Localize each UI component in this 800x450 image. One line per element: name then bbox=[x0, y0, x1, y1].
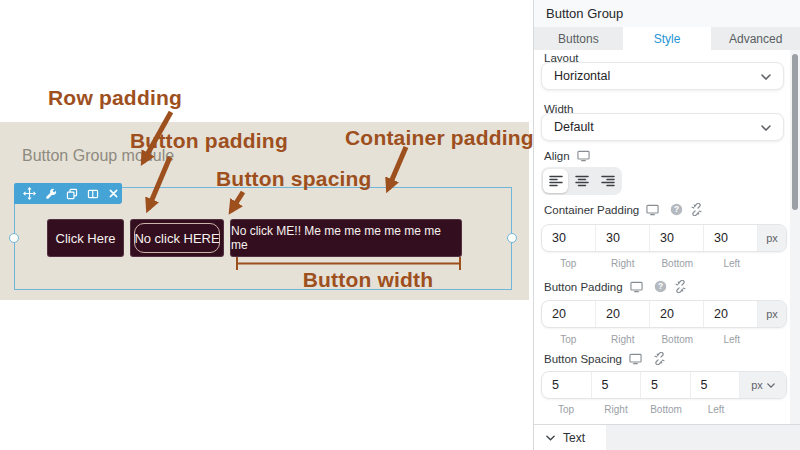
builder-canvas: Button Group module Click Here No click … bbox=[0, 0, 533, 450]
svg-text:?: ? bbox=[658, 281, 663, 291]
container-padding-label: Container Padding bbox=[544, 204, 639, 216]
dim-label-right: Right bbox=[596, 334, 651, 345]
resize-handle-right[interactable] bbox=[507, 233, 517, 243]
button-padding-inputs: px bbox=[541, 300, 787, 328]
dim-label-bottom: Bottom bbox=[650, 258, 705, 269]
dim-label-left: Left bbox=[705, 334, 760, 345]
annotation-button-width: Button width bbox=[275, 268, 461, 292]
button-spacing-inputs: px bbox=[541, 371, 787, 399]
responsive-monitor-icon[interactable] bbox=[577, 150, 590, 162]
chevron-down-icon bbox=[761, 69, 771, 83]
button-spacing-unit-dropdown[interactable]: px bbox=[740, 372, 786, 398]
unlink-icon[interactable] bbox=[690, 203, 703, 216]
container-padding-inputs: px bbox=[541, 224, 787, 252]
help-icon[interactable]: ? bbox=[670, 203, 683, 216]
dim-label-left: Left bbox=[705, 258, 760, 269]
container-padding-bottom-input[interactable] bbox=[650, 225, 703, 251]
duplicate-icon[interactable] bbox=[66, 188, 78, 200]
align-label-row: Align bbox=[544, 150, 590, 162]
button-spacing-sublabels: Top Right Bottom Left bbox=[541, 404, 787, 415]
button-padding-sublabels: Top Right Bottom Left bbox=[541, 334, 787, 345]
button-spacing-label: Button Spacing bbox=[544, 353, 622, 365]
chevron-down-icon bbox=[761, 120, 771, 134]
responsive-monitor-icon[interactable] bbox=[630, 281, 643, 293]
button-padding-top-input[interactable] bbox=[542, 301, 595, 327]
close-icon[interactable] bbox=[108, 188, 119, 199]
dim-label-bottom: Bottom bbox=[650, 334, 705, 345]
button-spacing-bottom-input[interactable] bbox=[641, 372, 690, 398]
align-left-button[interactable] bbox=[543, 169, 568, 193]
unlink-icon[interactable] bbox=[653, 352, 666, 365]
unlink-icon[interactable] bbox=[674, 280, 687, 293]
align-control bbox=[541, 167, 622, 195]
button-spacing-left-input[interactable] bbox=[691, 372, 740, 398]
dim-label-top: Top bbox=[541, 404, 591, 415]
svg-text:?: ? bbox=[674, 204, 679, 214]
container-padding-right-input[interactable] bbox=[596, 225, 649, 251]
button-padding-bottom-input[interactable] bbox=[650, 301, 703, 327]
dim-label-top: Top bbox=[541, 258, 596, 269]
responsive-monitor-icon[interactable] bbox=[646, 204, 659, 216]
container-padding-label-row: Container Padding ? bbox=[544, 203, 703, 216]
annotation-button-spacing: Button spacing bbox=[216, 167, 372, 191]
canvas-button-3[interactable]: No click ME!! Me me me me me me me me bbox=[230, 219, 462, 257]
chevron-down-icon bbox=[546, 435, 555, 441]
button-spacing-label-row: Button Spacing bbox=[544, 352, 666, 365]
responsive-monitor-icon[interactable] bbox=[629, 353, 642, 365]
align-right-button[interactable] bbox=[595, 169, 620, 193]
panel-title: Button Group bbox=[534, 0, 800, 27]
layout-value: Horizontal bbox=[554, 69, 610, 83]
layout-dropdown[interactable]: Horizontal bbox=[541, 62, 784, 90]
settings-panel: Button Group Buttons Style Advanced Layo… bbox=[533, 0, 800, 450]
align-label: Align bbox=[544, 150, 570, 162]
width-dropdown[interactable]: Default bbox=[541, 113, 784, 141]
chevron-down-icon bbox=[767, 383, 775, 388]
tab-style[interactable]: Style bbox=[623, 27, 712, 50]
dim-label-right: Right bbox=[591, 404, 641, 415]
button-padding-label: Button Padding bbox=[544, 281, 623, 293]
wrench-icon[interactable] bbox=[45, 188, 57, 200]
button-padding-unit[interactable]: px bbox=[758, 301, 786, 327]
dim-label-bottom: Bottom bbox=[641, 404, 691, 415]
columns-icon[interactable] bbox=[87, 188, 99, 200]
canvas-button-2[interactable]: No click HERE bbox=[130, 219, 224, 257]
panel-tabs: Buttons Style Advanced bbox=[534, 27, 800, 50]
container-padding-unit[interactable]: px bbox=[758, 225, 786, 251]
button-spacing-top-input[interactable] bbox=[542, 372, 591, 398]
text-section-label: Text bbox=[563, 431, 585, 445]
container-padding-left-input[interactable] bbox=[704, 225, 757, 251]
button-padding-left-input[interactable] bbox=[704, 301, 757, 327]
move-icon[interactable] bbox=[23, 187, 36, 200]
container-padding-top-input[interactable] bbox=[542, 225, 595, 251]
dim-label-top: Top bbox=[541, 334, 596, 345]
text-section-header[interactable]: Text bbox=[534, 425, 606, 450]
annotation-row-padding: Row padding bbox=[48, 86, 182, 110]
container-padding-sublabels: Top Right Bottom Left bbox=[541, 258, 787, 269]
button-spacing-right-input[interactable] bbox=[592, 372, 641, 398]
button-padding-label-row: Button Padding ? bbox=[544, 280, 687, 293]
tab-advanced[interactable]: Advanced bbox=[711, 27, 800, 50]
dim-label-right: Right bbox=[596, 258, 651, 269]
annotation-button-padding: Button padding bbox=[130, 129, 288, 153]
align-center-button[interactable] bbox=[569, 169, 594, 193]
unit-value: px bbox=[751, 379, 763, 391]
text-section-bar: Text bbox=[534, 424, 800, 450]
tab-buttons[interactable]: Buttons bbox=[534, 27, 623, 50]
annotation-container-padding: Container padding bbox=[345, 126, 534, 150]
dim-label-left: Left bbox=[691, 404, 741, 415]
width-value: Default bbox=[554, 120, 594, 134]
resize-handle-left[interactable] bbox=[9, 233, 19, 243]
button-padding-right-input[interactable] bbox=[596, 301, 649, 327]
panel-scrollbar[interactable] bbox=[792, 54, 798, 210]
help-icon[interactable]: ? bbox=[654, 280, 667, 293]
canvas-button-1[interactable]: Click Here bbox=[47, 219, 124, 257]
module-toolbar bbox=[14, 183, 122, 204]
